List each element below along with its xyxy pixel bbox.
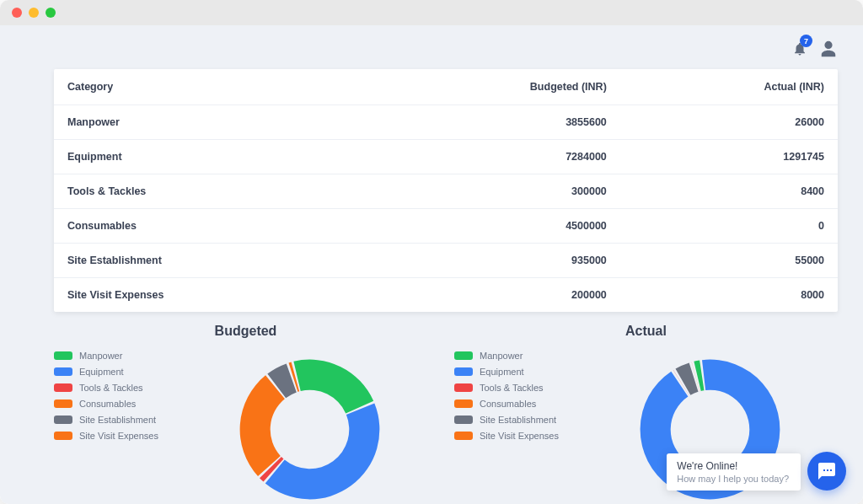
legend-actual: ManpowerEquipmentTools & TacklesConsumab…: [454, 347, 572, 441]
table-row: Site Visit Expenses2000008000: [54, 278, 838, 313]
window-minimize-button[interactable]: [29, 8, 39, 18]
legend-label: Manpower: [79, 351, 122, 361]
cell-budgeted: 935000: [362, 244, 620, 278]
cell-budgeted: 3855600: [362, 105, 620, 140]
chart-title-budgeted: Budgeted: [54, 324, 437, 339]
legend-label: Site Visit Expenses: [79, 431, 158, 441]
cell-actual: 55000: [620, 244, 838, 278]
table-row: Equipment72840001291745: [54, 140, 838, 174]
table-row: Site Establishment93500055000: [54, 244, 838, 278]
legend-item[interactable]: Equipment: [454, 367, 572, 377]
legend-swatch: [454, 399, 473, 408]
cell-budgeted: 7284000: [362, 140, 620, 174]
cell-category: Equipment: [54, 140, 362, 174]
legend-label: Consumables: [480, 399, 536, 409]
donut-slice[interactable]: [293, 360, 373, 414]
chat-icon: [817, 461, 837, 481]
cell-actual: 1291745: [620, 140, 838, 174]
cell-actual: 8000: [620, 278, 838, 313]
legend-item[interactable]: Site Establishment: [454, 415, 572, 425]
legend-item[interactable]: Site Establishment: [54, 415, 172, 425]
user-icon: [819, 40, 838, 58]
legend-item[interactable]: Consumables: [54, 399, 172, 409]
table-row: Consumables45000000: [54, 209, 838, 244]
cell-category: Site Establishment: [54, 244, 362, 278]
legend-item[interactable]: Manpower: [454, 351, 572, 361]
cell-budgeted: 200000: [362, 278, 620, 313]
legend-swatch: [54, 399, 72, 408]
legend-swatch: [54, 351, 72, 360]
cell-category: Manpower: [54, 105, 362, 140]
chat-button[interactable]: [807, 452, 846, 491]
window-close-button[interactable]: [12, 8, 22, 18]
col-header-category: Category: [54, 69, 362, 105]
cell-budgeted: 300000: [362, 174, 620, 209]
legend-label: Site Establishment: [79, 415, 156, 425]
notifications-button[interactable]: 7: [792, 41, 807, 56]
cell-category: Site Visit Expenses: [54, 278, 362, 313]
legend-label: Consumables: [79, 399, 136, 409]
legend-label: Site Establishment: [480, 415, 556, 425]
legend-budgeted: ManpowerEquipmentTools & TacklesConsumab…: [54, 347, 172, 441]
legend-item[interactable]: Tools & Tackles: [54, 383, 172, 393]
legend-swatch: [54, 383, 72, 392]
cell-actual: 8400: [620, 174, 838, 209]
donut-wrap-budgeted: [182, 347, 437, 504]
legend-item[interactable]: Manpower: [54, 351, 172, 361]
cell-category: Consumables: [54, 209, 362, 244]
legend-item[interactable]: Site Visit Expenses: [54, 431, 172, 441]
window-maximize-button[interactable]: [46, 8, 56, 18]
legend-label: Equipment: [79, 367, 124, 377]
cell-category: Tools & Tackles: [54, 174, 362, 209]
legend-swatch: [454, 432, 473, 440]
legend-swatch: [54, 367, 72, 376]
legend-label: Site Visit Expenses: [480, 431, 559, 441]
cell-actual: 26000: [620, 105, 838, 140]
legend-item[interactable]: Site Visit Expenses: [454, 431, 572, 441]
user-menu-button[interactable]: [819, 40, 838, 58]
budget-table: Category Budgeted (INR) Actual (INR) Man…: [54, 69, 838, 312]
legend-swatch: [454, 383, 473, 392]
col-header-budgeted: Budgeted (INR): [362, 69, 620, 105]
legend-item[interactable]: Tools & Tackles: [454, 383, 572, 393]
col-header-actual: Actual (INR): [620, 69, 838, 105]
legend-swatch: [454, 367, 473, 376]
table-row: Manpower385560026000: [54, 105, 838, 140]
content-area: 7 Category Budgeted (INR) Actual (INR) M…: [0, 25, 863, 504]
legend-swatch: [454, 351, 473, 360]
legend-item[interactable]: Equipment: [54, 367, 172, 377]
donut-chart-budgeted: [228, 347, 392, 504]
titlebar: [0, 0, 863, 25]
chart-title-actual: Actual: [454, 324, 838, 339]
chat-popup-title: We're Online!: [677, 460, 789, 472]
legend-swatch: [454, 416, 473, 424]
table-row: Tools & Tackles3000008400: [54, 174, 838, 209]
donut-slice[interactable]: [265, 403, 380, 499]
legend-label: Equipment: [480, 367, 524, 377]
chat-popup-subtitle: How may I help you today?: [677, 474, 789, 484]
app-window: 7 Category Budgeted (INR) Actual (INR) M…: [0, 0, 863, 504]
chat-popup[interactable]: We're Online! How may I help you today?: [667, 453, 801, 491]
legend-label: Tools & Tackles: [480, 383, 544, 393]
budget-table-card: Category Budgeted (INR) Actual (INR) Man…: [54, 69, 838, 312]
legend-label: Manpower: [480, 351, 523, 361]
legend-label: Tools & Tackles: [79, 383, 143, 393]
legend-swatch: [54, 432, 72, 440]
cell-actual: 0: [620, 209, 838, 244]
cell-budgeted: 4500000: [362, 209, 620, 244]
legend-item[interactable]: Consumables: [454, 399, 572, 409]
topbar: 7: [0, 35, 863, 62]
chart-budgeted: Budgeted ManpowerEquipmentTools & Tackle…: [54, 324, 437, 504]
notification-badge: 7: [800, 35, 812, 47]
legend-swatch: [54, 416, 72, 424]
